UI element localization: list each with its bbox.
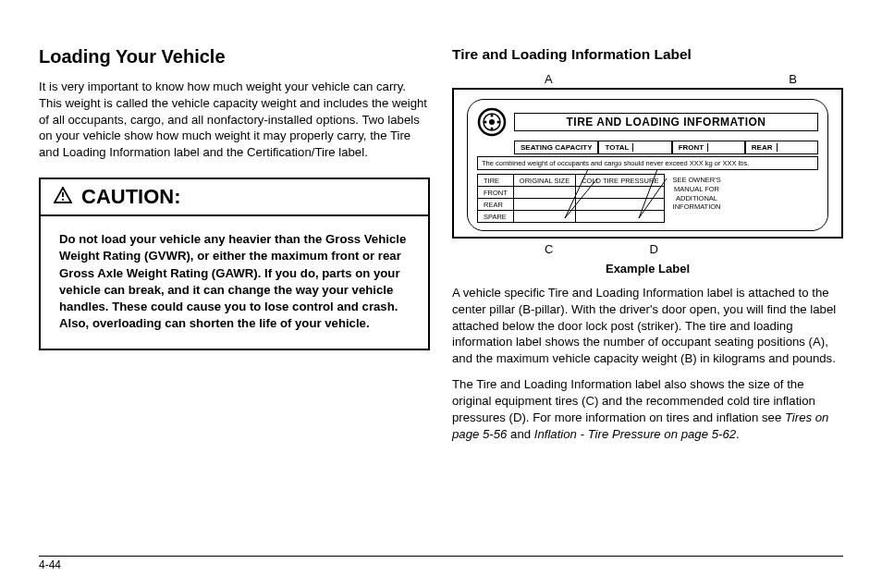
callout-d: D xyxy=(650,242,658,256)
top-callout-markers: A B xyxy=(452,72,843,86)
caution-text: Do not load your vehicle any heavier tha… xyxy=(59,231,410,332)
svg-point-5 xyxy=(491,115,494,117)
left-column: Loading Your Vehicle It is very importan… xyxy=(39,46,430,451)
figure-wrapper: A B xyxy=(452,72,843,256)
caution-header: CAUTION: xyxy=(41,179,428,216)
svg-point-6 xyxy=(491,128,494,130)
svg-point-8 xyxy=(497,121,500,124)
callout-b: B xyxy=(789,72,797,86)
svg-point-4 xyxy=(489,119,495,125)
bottom-callout-markers: C D xyxy=(452,242,843,256)
caution-title: CAUTION: xyxy=(81,185,181,209)
row-rear: REAR xyxy=(478,199,514,211)
figure-caption: Example Label xyxy=(452,262,843,276)
label-description-2: The Tire and Loading Information label a… xyxy=(452,376,843,442)
right-column: Tire and Loading Information Label A B xyxy=(452,46,843,451)
col-tire: TIRE xyxy=(478,175,514,187)
tire-icon xyxy=(477,107,507,137)
two-column-layout: Loading Your Vehicle It is very importan… xyxy=(39,46,843,451)
callout-c: C xyxy=(545,242,553,256)
intro-paragraph: It is very important to know how much we… xyxy=(39,79,430,161)
caution-box: CAUTION: Do not load your vehicle any he… xyxy=(39,178,430,350)
row-spare: SPARE xyxy=(478,211,514,223)
page-footer: 4-44 xyxy=(39,556,843,571)
combined-weight-note: The combined weight of occupants and car… xyxy=(477,156,818,170)
tire-label-rounded: TIRE AND LOADING INFORMATION SEATING CAP… xyxy=(467,99,828,231)
svg-point-7 xyxy=(484,121,487,124)
col-pressure: COLD TIRE PRESSURE xyxy=(576,175,665,187)
seating-front-cell: FRONT xyxy=(672,141,745,154)
xref-inflation: Inflation - Tire Pressure on page 5-62 xyxy=(534,427,736,441)
label-description-1: A vehicle specific Tire and Loading Info… xyxy=(452,285,843,367)
label-title-text: TIRE AND LOADING INFORMATION xyxy=(514,113,818,131)
svg-point-1 xyxy=(62,199,64,201)
seating-total-cell: TOTAL xyxy=(598,141,671,154)
row-front: FRONT xyxy=(478,187,514,199)
tire-pressure-table: TIRE ORIGINAL SIZE COLD TIRE PRESSURE FR… xyxy=(477,174,665,223)
col-size: ORIGINAL SIZE xyxy=(513,175,575,187)
page-number: 4-44 xyxy=(39,558,61,571)
seating-rear-cell: REAR xyxy=(745,141,818,154)
section-heading: Loading Your Vehicle xyxy=(39,46,430,67)
label-title-row: TIRE AND LOADING INFORMATION xyxy=(477,107,818,137)
seating-capacity-label: SEATING CAPACITY xyxy=(514,141,598,154)
manual-page: Loading Your Vehicle It is very importan… xyxy=(0,0,882,588)
seating-capacity-row: SEATING CAPACITY TOTAL FRONT REAR xyxy=(514,141,818,154)
callout-a: A xyxy=(545,72,553,86)
tire-label-figure: TIRE AND LOADING INFORMATION SEATING CAP… xyxy=(452,88,843,239)
tire-grid-wrap: TIRE ORIGINAL SIZE COLD TIRE PRESSURE FR… xyxy=(477,174,818,223)
subsection-heading: Tire and Loading Information Label xyxy=(452,46,843,63)
caution-body: Do not load your vehicle any heavier tha… xyxy=(41,216,428,349)
see-owners-manual-note: SEE OWNER'S MANUAL FOR ADDITIONAL INFORM… xyxy=(670,174,722,223)
warning-icon xyxy=(54,185,72,209)
